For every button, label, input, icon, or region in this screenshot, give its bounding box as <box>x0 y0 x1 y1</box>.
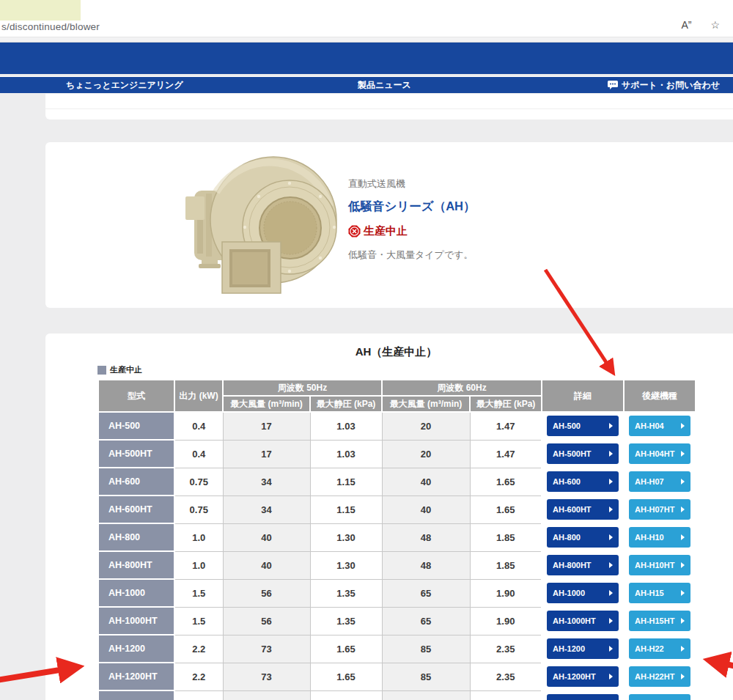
successor-button[interactable]: AH-H15HT <box>629 611 690 631</box>
arrow-right-icon <box>681 506 685 512</box>
table-row: AH-800HT1.0401.30481.85AH-800HTAH-H10HT <box>98 551 696 579</box>
table-row: AH-5000.4171.03201.47AH-500AH-H04 <box>98 412 696 440</box>
col-header-model: 型式 <box>98 380 174 412</box>
successor-button[interactable]: AH-H22HT <box>629 666 690 687</box>
blower-product-image <box>180 148 345 301</box>
table-row: AH-500HT0.4171.03201.47AH-500HTAH-H04HT <box>98 440 696 468</box>
arrow-right-icon <box>681 562 685 568</box>
successor-button[interactable]: AH-H04 <box>629 416 690 436</box>
model-cell: AH-1200HT <box>98 663 174 690</box>
col-header-freq50: 周波数 50Hz <box>223 380 382 396</box>
successor-button[interactable]: AH-H15 <box>629 583 690 603</box>
detail-button-cell: AH-800HT <box>542 551 624 579</box>
product-card: 直動式送風機 低騒音シリーズ（AH） 生産中止 低騒音・大風量タイプです。 <box>45 142 733 308</box>
detail-button[interactable]: AH-1200HT <box>547 666 619 687</box>
table-row: AH-1200HT2.2731.65852.35AH-1200HTAH-H22H… <box>98 663 696 690</box>
model-cell: AH-1000 <box>98 579 174 607</box>
favorites-star-icon[interactable]: ☆ <box>710 19 720 31</box>
airflow50-cell: 100 <box>223 690 310 700</box>
pressure60-cell: 1.65 <box>470 495 542 523</box>
pressure60-cell: 1.90 <box>470 579 542 607</box>
model-cell: AH-500HT <box>98 440 174 468</box>
airflow60-cell: 20 <box>382 412 470 440</box>
table-row: AH-1000HT1.5561.35651.90AH-1000HTAH-H15H… <box>98 607 696 635</box>
detail-button[interactable]: AH-1200 <box>547 638 619 659</box>
output-cell: 2.2 <box>174 635 223 663</box>
col-header-detail: 詳細 <box>542 380 624 412</box>
table-row: AH-6000.75341.15401.65AH-600AH-H07 <box>98 468 696 495</box>
successor-button[interactable]: AH-H07HT <box>629 499 690 520</box>
successor-button-cell: AH-H10HT <box>624 551 696 579</box>
nav-item-support[interactable]: サポート・お問い合わせ <box>608 77 720 93</box>
col-header-freq60: 周波数 60Hz <box>382 380 542 396</box>
successor-button[interactable]: AH-H04HT <box>629 443 690 464</box>
model-cell: AH-600HT <box>98 495 174 523</box>
legend-label: 生産中止 <box>110 364 142 375</box>
col-header-airflow-50: 最大風量 (m³/min) <box>223 396 310 412</box>
successor-button[interactable]: AH-H22 <box>629 638 690 659</box>
table-row: AH-600HT0.75341.15401.65AH-600HTAH-H07HT <box>98 495 696 523</box>
detail-button-cell: AH-1200HT <box>542 663 624 690</box>
successor-button[interactable]: AH-H07 <box>629 471 690 492</box>
detail-button-cell: AH-600HT <box>542 495 624 523</box>
airflow60-cell: 48 <box>382 523 470 551</box>
detail-button-cell: AH-500 <box>542 412 624 440</box>
previous-section-card <box>45 94 733 119</box>
detail-button[interactable]: AH-500 <box>547 416 619 436</box>
detail-button-cell: AH-1200 <box>542 635 624 663</box>
arrow-right-icon <box>609 674 613 679</box>
detail-button[interactable]: AH-1000HT <box>547 611 619 631</box>
airflow50-cell: 34 <box>223 495 310 523</box>
output-cell: 1.5 <box>174 579 223 607</box>
pressure50-cell: 1.35 <box>310 607 382 635</box>
arrow-right-icon <box>609 618 613 624</box>
detail-button[interactable]: AH-800 <box>547 527 619 548</box>
detail-button[interactable]: AH-600HT <box>547 499 619 520</box>
address-bar[interactable]: s/discontinued/blower <box>1 21 100 32</box>
detail-button[interactable]: AH-600 <box>547 471 619 492</box>
detail-button[interactable]: AH-500HT <box>547 443 619 464</box>
arrow-right-icon <box>681 674 685 679</box>
arrow-right-icon <box>681 479 685 485</box>
browser-chrome: s/discontinued/blower A” ☆ <box>0 0 733 37</box>
detail-button[interactable]: AH-1500 <box>547 694 619 700</box>
detail-button-cell: AH-1000HT <box>542 607 624 635</box>
model-cell: AH-500 <box>98 412 174 440</box>
pressure60-cell: 2.35 <box>470 663 542 690</box>
successor-button-cell: AH-H22 <box>624 635 696 663</box>
airflow50-cell: 34 <box>223 468 310 495</box>
nav-item-engineering[interactable]: ちょこっとエンジニアリング <box>66 77 183 93</box>
output-cell: 1.5 <box>174 607 223 635</box>
pressure60-cell: 1.65 <box>470 468 542 495</box>
product-title-link[interactable]: 低騒音シリーズ（AH） <box>348 199 476 215</box>
spec-table-card: AH（生産中止） 生産中止 型式 出力 (kW) 周波数 50Hz 周波数 60… <box>45 334 733 700</box>
nav-item-label: 製品ニュース <box>358 80 411 90</box>
product-status: 生産中止 <box>348 224 476 238</box>
airflow60-cell: 120 <box>382 690 470 700</box>
detail-button[interactable]: AH-1000 <box>547 583 619 603</box>
discontinued-legend: 生産中止 <box>97 364 142 375</box>
arrow-right-icon <box>609 534 613 540</box>
airflow60-cell: 40 <box>382 468 470 495</box>
text-size-icon[interactable]: A” <box>681 19 691 31</box>
pressure60-cell: 2.35 <box>470 635 542 663</box>
detail-button[interactable]: AH-800HT <box>547 555 619 575</box>
pressure60-cell: 1.90 <box>470 607 542 635</box>
browser-chrome-edge <box>0 37 733 43</box>
successor-button[interactable]: AH-H10HT <box>629 555 690 575</box>
successor-button[interactable]: AH-H10 <box>629 527 690 548</box>
successor-button[interactable]: AH-H37 <box>629 694 690 700</box>
detail-button-cell: AH-1000 <box>542 579 624 607</box>
detail-button-cell: AH-500HT <box>542 440 624 468</box>
nav-item-product-news[interactable]: 製品ニュース <box>358 77 411 93</box>
table-row: AH-15003.71002.001202.85AH-1500AH-H37 <box>98 690 696 700</box>
successor-button-cell: AH-H07HT <box>624 495 696 523</box>
successor-button-cell: AH-H10 <box>624 523 696 551</box>
arrow-right-icon <box>609 479 613 485</box>
site-header-band <box>0 43 733 74</box>
successor-button-cell: AH-H07 <box>624 468 696 495</box>
pressure60-cell: 1.85 <box>470 523 542 551</box>
arrow-right-icon <box>609 646 613 652</box>
arrow-right-icon <box>681 451 685 457</box>
spec-table-body: AH-5000.4171.03201.47AH-500AH-H04AH-500H… <box>98 412 696 700</box>
